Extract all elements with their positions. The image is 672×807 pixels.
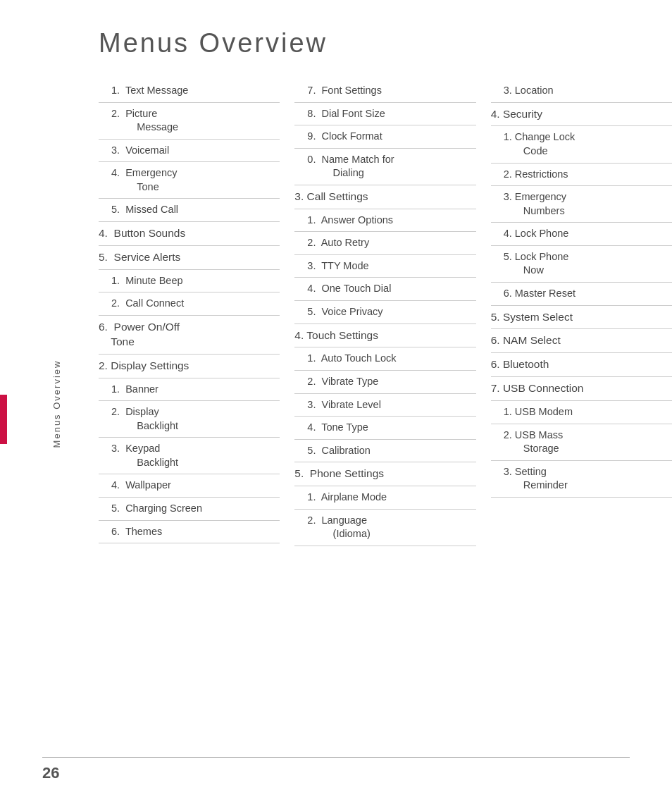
- page-title: Menus Overview: [99, 28, 630, 58]
- list-item: 3. Emergency Numbers: [491, 186, 672, 223]
- list-item: 2. Language (Idioma): [294, 510, 475, 546]
- list-item: 4. Lock Phone: [491, 223, 672, 246]
- list-item: 4. Security: [491, 103, 672, 127]
- list-item: 4. Wallpaper: [99, 474, 280, 498]
- list-item: 5. System Select: [491, 306, 672, 330]
- list-item: 5. Service Alerts: [99, 246, 280, 270]
- list-item: 1. USB Modem: [491, 401, 672, 424]
- bottom-line: [42, 757, 630, 758]
- list-item: 3. Voicemail: [99, 140, 280, 163]
- list-item: 6. Master Reset: [491, 283, 672, 306]
- list-item: 5. Calibration: [294, 440, 475, 463]
- sidebar-label: Menus Overview: [51, 359, 62, 448]
- list-item: 7. Font Settings: [294, 80, 475, 103]
- column-1: 1. Text Message2. Picture Message3. Voic…: [99, 80, 280, 546]
- list-item: 1. Auto Touch Lock: [294, 347, 475, 371]
- list-item: 2. Restrictions: [491, 164, 672, 187]
- list-item: 7. USB Connection: [491, 377, 672, 401]
- list-item: 2. Call Connect: [99, 292, 280, 316]
- list-item: 1. Minute Beep: [99, 270, 280, 293]
- list-item: 5. Charging Screen: [99, 498, 280, 521]
- list-item: 2. Display Backlight: [99, 401, 280, 438]
- list-item: 3. Location: [491, 80, 672, 103]
- list-item: 3. Setting Reminder: [491, 461, 672, 498]
- list-item: 1. Text Message: [99, 80, 280, 103]
- list-item: 2. USB Mass Storage: [491, 424, 672, 461]
- list-item: 4. Button Sounds: [99, 222, 280, 246]
- columns-wrapper: 1. Text Message2. Picture Message3. Voic…: [99, 80, 672, 546]
- list-item: 1. Airplane Mode: [294, 486, 475, 510]
- list-item: 5. Voice Privacy: [294, 301, 475, 324]
- list-item: 6. NAM Select: [491, 329, 672, 353]
- list-item: 2. Vibrate Type: [294, 371, 475, 394]
- list-item: 5. Missed Call: [99, 199, 280, 222]
- list-item: 4. One Touch Dial: [294, 278, 475, 301]
- list-item: 3. Vibrate Level: [294, 394, 475, 417]
- list-item: 3. Keypad Backlight: [99, 438, 280, 474]
- list-item: 8. Dial Font Size: [294, 103, 475, 126]
- list-item: 5. Lock Phone Now: [491, 246, 672, 283]
- list-item: 6. Power On/Off Tone: [99, 316, 280, 355]
- column-3: 3. Location4. Security1. Change Lock Cod…: [491, 80, 672, 546]
- list-item: 0. Name Match for Dialing: [294, 149, 475, 185]
- column-2: 7. Font Settings8. Dial Font Size9. Cloc…: [294, 80, 475, 546]
- list-item: 6. Themes: [99, 521, 280, 544]
- list-item: 4. Tone Type: [294, 417, 475, 440]
- page-container: Menus Overview Menus Overview 1. Text Me…: [0, 0, 672, 807]
- list-item: 4. Emergency Tone: [99, 162, 280, 199]
- list-item: 4. Touch Settings: [294, 324, 475, 348]
- red-tab: [0, 395, 7, 444]
- list-item: 3. Call Settings: [294, 185, 475, 209]
- list-item: 9. Clock Format: [294, 125, 475, 149]
- list-item: 2. Display Settings: [99, 355, 280, 378]
- page-number: 26: [42, 764, 59, 782]
- list-item: 2. Auto Retry: [294, 232, 475, 255]
- list-item: 6. Bluetooth: [491, 353, 672, 377]
- list-item: 1. Change Lock Code: [491, 126, 672, 163]
- list-item: 2. Picture Message: [99, 103, 280, 140]
- list-item: 1. Banner: [99, 378, 280, 402]
- list-item: 3. TTY Mode: [294, 255, 475, 278]
- list-item: 5. Phone Settings: [294, 462, 475, 486]
- list-item: 1. Answer Options: [294, 209, 475, 233]
